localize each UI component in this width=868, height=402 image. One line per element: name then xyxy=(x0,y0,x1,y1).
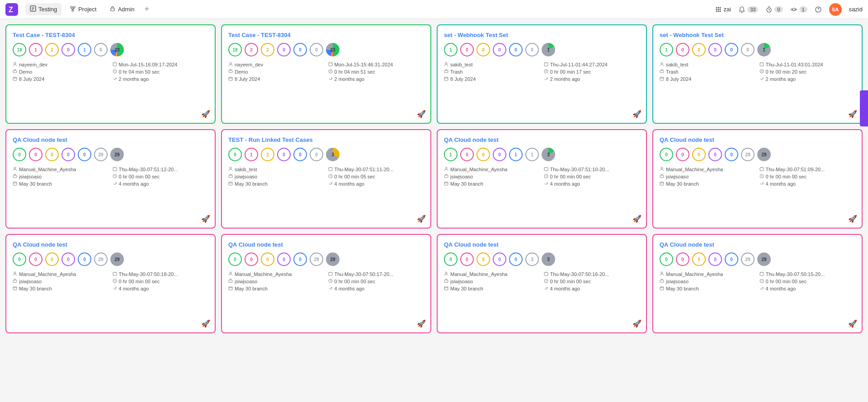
svg-point-6 xyxy=(71,6,72,8)
rocket-icon[interactable]: 🚀 xyxy=(417,110,426,118)
card-title-card9[interactable]: QA Cloud node test xyxy=(13,241,208,248)
meta-env: jsiwjsoaso xyxy=(228,174,325,179)
card-circles-card10: 000002929 xyxy=(228,252,424,266)
rocket-icon[interactable]: 🚀 xyxy=(417,215,426,223)
meta-user-icon xyxy=(13,62,17,67)
meta-ago: 4 months ago xyxy=(760,181,856,187)
meta-user: Manual_Machine_Ayesha xyxy=(444,167,540,172)
meta-env-icon xyxy=(228,69,233,75)
card-title-card5[interactable]: QA Cloud node test xyxy=(13,136,208,143)
status-circle: 0 xyxy=(277,43,291,56)
help-button[interactable] xyxy=(815,6,822,13)
svg-point-16 xyxy=(717,9,719,10)
user-avatar[interactable]: SA xyxy=(829,3,842,16)
card-title-card10[interactable]: QA Cloud node test xyxy=(228,241,424,248)
meta-env-icon xyxy=(444,69,448,75)
right-panel-indicator[interactable] xyxy=(860,90,868,126)
svg-rect-91 xyxy=(660,182,664,185)
meta-ago-icon xyxy=(760,76,764,82)
rocket-icon[interactable]: 🚀 xyxy=(632,215,642,223)
card-card6: TEST - Run Linked Test Cases0120003sakib… xyxy=(221,129,431,229)
svg-point-8 xyxy=(72,9,74,11)
meta-created: May 30 branch xyxy=(660,181,756,187)
status-circle: 0 xyxy=(692,252,706,266)
card-title-card8[interactable]: QA Cloud node test xyxy=(660,136,855,143)
meta-env: jsiwjsoaso xyxy=(660,174,756,179)
rocket-icon[interactable]: 🚀 xyxy=(632,110,642,118)
rocket-icon[interactable]: 🚀 xyxy=(201,215,210,223)
svg-rect-49 xyxy=(444,70,448,73)
rocket-icon[interactable]: 🚀 xyxy=(417,319,426,328)
card-title-card3[interactable]: set - Webhook Test Set xyxy=(444,32,640,38)
meta-ago: 2 months ago xyxy=(113,76,209,82)
nav-project[interactable]: Project xyxy=(65,3,101,15)
meta-env: jsiwjsoaso xyxy=(660,279,756,284)
rocket-icon[interactable]: 🚀 xyxy=(848,110,857,118)
meta-duration-icon xyxy=(544,69,548,75)
card-title-card2[interactable]: Test Case - TEST-8304 xyxy=(228,32,424,38)
card-title-card1[interactable]: Test Case - TEST-8304 xyxy=(13,32,208,38)
nav-testing[interactable]: Testing xyxy=(25,3,61,15)
meta-created-icon xyxy=(660,181,664,187)
rocket-icon[interactable]: 🚀 xyxy=(848,215,857,223)
meta-created-icon xyxy=(13,76,17,82)
card-title-card7[interactable]: QA Cloud node test xyxy=(444,136,640,143)
svg-rect-65 xyxy=(13,175,17,178)
status-circle: 0 xyxy=(708,43,722,56)
rocket-icon[interactable]: 🚀 xyxy=(201,319,210,328)
meta-user: Manual_Machine_Ayesha xyxy=(228,271,325,277)
svg-rect-30 xyxy=(113,63,117,66)
card-card12: QA Cloud node test000002929Manual_Machin… xyxy=(652,234,863,333)
svg-point-93 xyxy=(14,272,16,274)
timer-button[interactable]: 0 xyxy=(765,6,783,13)
svg-rect-38 xyxy=(329,63,332,66)
card-title-card12[interactable]: QA Cloud node test xyxy=(660,241,855,248)
zai-button[interactable]: zai xyxy=(715,6,731,13)
nav-admin[interactable]: Admin xyxy=(105,3,139,15)
meta-user: sakib_test xyxy=(444,62,540,67)
svg-rect-54 xyxy=(760,63,764,66)
nav-add-button[interactable]: + xyxy=(143,5,151,14)
svg-rect-67 xyxy=(13,182,17,185)
card-meta-card8: Manual_Machine_AyeshaThu-May-30-07:51:09… xyxy=(660,167,855,187)
card-title-card4[interactable]: set - Webhook Test Set xyxy=(660,32,855,38)
card-card8: QA Cloud node test000002929Manual_Machin… xyxy=(652,129,863,229)
status-circle: 29 xyxy=(110,252,124,266)
user-name[interactable]: sazid xyxy=(849,6,863,13)
card-card9: QA Cloud node test000002929Manual_Machin… xyxy=(5,234,216,333)
card-card3: set - Webhook Test Set1000001sakib_testT… xyxy=(437,24,647,124)
meta-ago: 4 months ago xyxy=(544,181,640,187)
status-circle: 0 xyxy=(660,148,673,161)
meta-created-icon xyxy=(228,76,233,82)
card-title-card6[interactable]: TEST - Run Linked Test Cases xyxy=(228,136,424,143)
status-circle: 0 xyxy=(13,148,26,161)
card-meta-card10: Manual_Machine_AyeshaThu-May-30-07:50:17… xyxy=(228,271,424,291)
meta-duration-icon xyxy=(544,279,548,284)
meta-date: Thu-Jul-11-01:44:27-2024 xyxy=(544,62,640,67)
svg-rect-113 xyxy=(444,280,448,282)
status-circle: 2 xyxy=(45,43,59,56)
nav-testing-label: Testing xyxy=(38,6,57,13)
svg-rect-81 xyxy=(444,175,448,178)
meta-created: May 30 branch xyxy=(228,286,325,291)
status-circle: 0 xyxy=(476,148,490,161)
meta-created-icon xyxy=(444,76,448,82)
rocket-icon[interactable]: 🚀 xyxy=(632,319,642,328)
status-circle: 23 xyxy=(110,43,124,56)
status-circle: 0 xyxy=(277,252,291,266)
rocket-icon[interactable]: 🚀 xyxy=(848,319,857,328)
notifications-button[interactable]: 33 xyxy=(738,6,758,13)
card-meta-card6: sakib_testThu-May-30-07:51:11-20...jsiwj… xyxy=(228,167,424,187)
rocket-icon[interactable]: 🚀 xyxy=(201,110,210,118)
app-logo[interactable]: Z xyxy=(5,3,18,16)
svg-point-101 xyxy=(230,272,231,274)
svg-rect-70 xyxy=(329,168,332,171)
card-circles-card1: 191201023 xyxy=(13,43,208,56)
card-circles-card12: 000002929 xyxy=(660,252,855,266)
connections-button[interactable]: 1 xyxy=(790,6,807,13)
svg-text:Z: Z xyxy=(9,6,13,14)
meta-user-icon xyxy=(444,167,448,172)
svg-point-12 xyxy=(716,7,717,8)
svg-rect-35 xyxy=(13,77,17,80)
card-title-card11[interactable]: QA Cloud node test xyxy=(444,241,640,248)
